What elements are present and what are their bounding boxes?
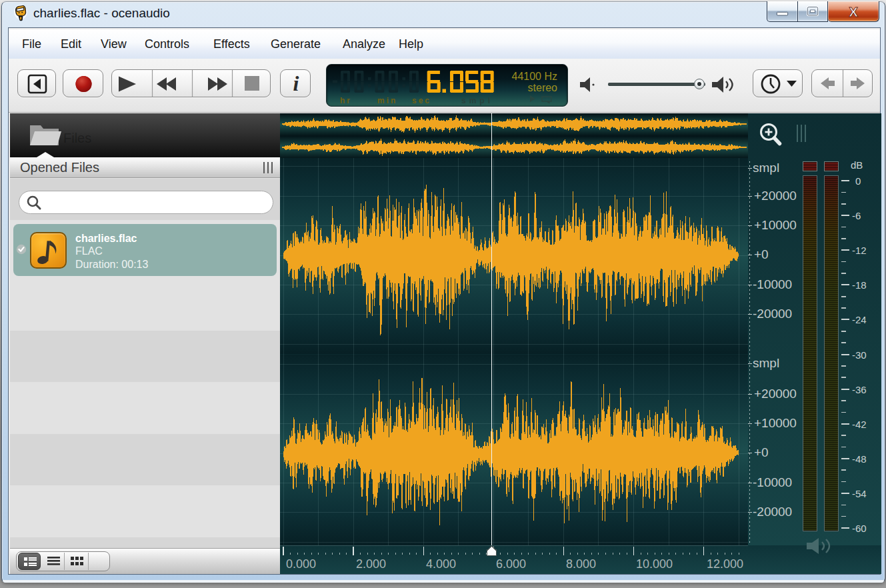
svg-text:i: i — [293, 71, 299, 95]
svg-text:X: X — [849, 4, 858, 19]
